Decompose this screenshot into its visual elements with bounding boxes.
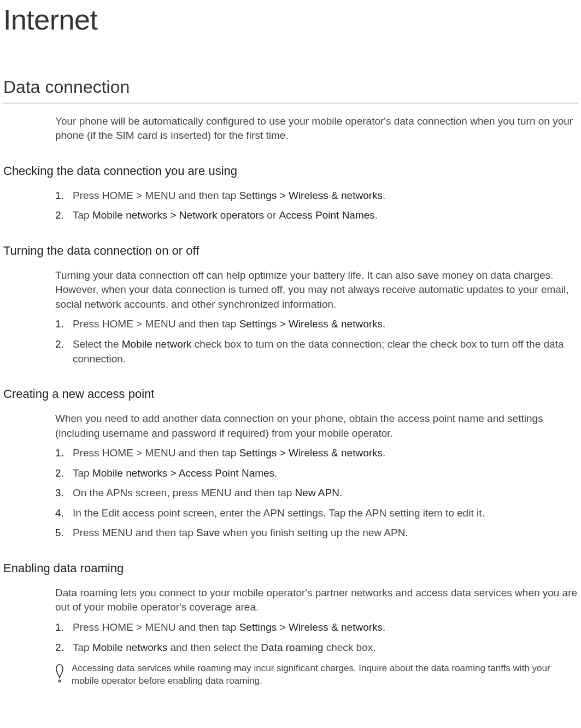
creating-steps: 1. Press HOME > MENU and then tap Settin… bbox=[55, 446, 578, 541]
step-text: or bbox=[264, 209, 279, 221]
step-bold: Settings > Wireless & networks bbox=[239, 190, 383, 201]
step-bold: Mobile network bbox=[122, 338, 192, 350]
list-item: 2. Select the Mobile network check box t… bbox=[55, 337, 578, 366]
step-bold: New APN bbox=[295, 487, 339, 498]
step-number: 4. bbox=[55, 506, 64, 521]
step-text: On the APNs screen, press MENU and then … bbox=[73, 487, 295, 498]
step-bold: Settings > Wireless & networks bbox=[239, 621, 383, 633]
step-bold: Settings > Wireless & networks bbox=[239, 447, 383, 459]
roaming-steps: 1. Press HOME > MENU and then tap Settin… bbox=[55, 620, 578, 655]
note-text: Accessing data services while roaming ma… bbox=[72, 662, 578, 688]
step-bold: Mobile networks > Network operators bbox=[92, 209, 264, 221]
roaming-paragraph: Data roaming lets you connect to your mo… bbox=[55, 586, 578, 615]
step-number: 1. bbox=[55, 189, 64, 203]
step-bold: Save bbox=[196, 527, 220, 538]
step-text: when you finish setting up the new APN. bbox=[220, 527, 408, 538]
exclamation-icon bbox=[55, 664, 64, 688]
svg-point-0 bbox=[58, 680, 61, 682]
step-text: . bbox=[383, 190, 385, 201]
list-item: 1. Press HOME > MENU and then tap Settin… bbox=[55, 620, 578, 635]
step-text: check box. bbox=[323, 642, 375, 653]
step-text: . bbox=[383, 447, 385, 459]
step-number: 2. bbox=[55, 337, 64, 352]
list-item: 1. Press HOME > MENU and then tap Settin… bbox=[55, 317, 578, 332]
list-item: 5. Press MENU and then tap Save when you… bbox=[55, 526, 578, 541]
list-item: 1. Press HOME > MENU and then tap Settin… bbox=[55, 189, 578, 203]
step-text: Tap bbox=[73, 642, 92, 653]
step-text: and then select the bbox=[167, 642, 261, 653]
section-heading-data-connection: Data connection bbox=[3, 75, 578, 103]
subheading-turning: Turning the data connection on or off bbox=[3, 243, 578, 260]
step-number: 1. bbox=[55, 446, 64, 461]
step-text: . bbox=[383, 318, 385, 330]
intro-paragraph: Your phone will be automatically configu… bbox=[55, 114, 578, 143]
turning-paragraph: Turning your data connection off can hel… bbox=[55, 268, 578, 312]
checking-steps: 1. Press HOME > MENU and then tap Settin… bbox=[55, 189, 578, 223]
step-text: In the Edit access point screen, enter t… bbox=[73, 507, 485, 519]
step-text: . bbox=[339, 487, 342, 498]
step-text: Press HOME > MENU and then tap bbox=[73, 447, 239, 459]
step-number: 2. bbox=[55, 208, 64, 223]
step-number: 2. bbox=[55, 466, 64, 481]
list-item: 3. On the APNs screen, press MENU and th… bbox=[55, 486, 578, 501]
step-text: . bbox=[383, 621, 385, 633]
note-callout: Accessing data services while roaming ma… bbox=[55, 662, 578, 688]
step-bold: Settings > Wireless & networks bbox=[239, 318, 383, 330]
list-item: 2. Tap Mobile networks and then select t… bbox=[55, 641, 578, 655]
step-number: 5. bbox=[55, 526, 64, 541]
step-text: Press MENU and then tap bbox=[73, 527, 196, 538]
step-text: . bbox=[274, 467, 277, 479]
step-text: Press HOME > MENU and then tap bbox=[73, 621, 239, 633]
subheading-checking: Checking the data connection you are usi… bbox=[3, 163, 578, 180]
step-text: Select the bbox=[73, 338, 122, 350]
list-item: 1. Press HOME > MENU and then tap Settin… bbox=[55, 446, 578, 461]
list-item: 4. In the Edit access point screen, ente… bbox=[55, 506, 578, 521]
step-text: Press HOME > MENU and then tap bbox=[73, 318, 239, 330]
step-text: . bbox=[375, 209, 378, 221]
step-bold: Mobile networks bbox=[92, 642, 167, 653]
creating-paragraph: When you need to add another data connec… bbox=[55, 412, 578, 441]
step-bold: Access Point Names bbox=[279, 209, 375, 221]
step-number: 3. bbox=[55, 486, 64, 501]
step-number: 1. bbox=[55, 317, 64, 332]
page-title: Internet bbox=[3, 0, 578, 40]
step-number: 2. bbox=[55, 641, 64, 655]
step-number: 1. bbox=[55, 620, 64, 635]
subheading-roaming: Enabling data roaming bbox=[3, 560, 578, 577]
step-text: Press HOME > MENU and then tap bbox=[73, 190, 239, 201]
list-item: 2. Tap Mobile networks > Network operato… bbox=[55, 208, 578, 223]
step-bold: Mobile networks > Access Point Names bbox=[92, 467, 274, 479]
turning-steps: 1. Press HOME > MENU and then tap Settin… bbox=[55, 317, 578, 366]
list-item: 2. Tap Mobile networks > Access Point Na… bbox=[55, 466, 578, 481]
step-text: Tap bbox=[73, 209, 92, 221]
subheading-creating: Creating a new access point bbox=[3, 386, 578, 403]
step-bold: Data roaming bbox=[261, 642, 323, 653]
step-text: Tap bbox=[73, 467, 92, 479]
